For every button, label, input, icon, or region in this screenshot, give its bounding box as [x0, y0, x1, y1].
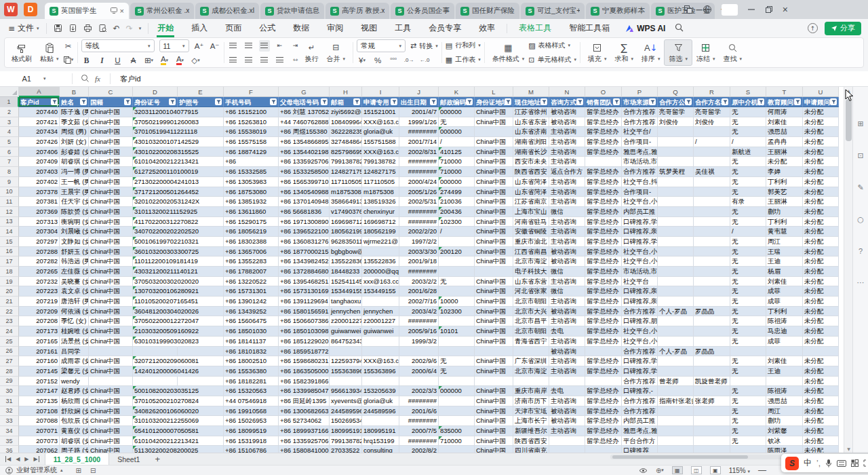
- cell-B11[interactable]: 任天宇 (女: [60, 197, 89, 207]
- cell-U9[interactable]: 未分配: [803, 177, 839, 187]
- cell-I24[interactable]: guiwanwei: [362, 326, 399, 337]
- filter-button[interactable]: 筛选▾: [664, 39, 692, 66]
- cell-I16[interactable]: [362, 247, 399, 257]
- tab-table-tools[interactable]: 表格工具: [510, 19, 560, 37]
- cell-T27[interactable]: 刘素佳: [766, 356, 803, 366]
- cell-G14[interactable]: +86 1396522100: [279, 227, 330, 237]
- cell-F18[interactable]: +86 17882007: [224, 267, 279, 277]
- cell-M6[interactable]: 湖南省长沙: [513, 147, 549, 157]
- row-number-28[interactable]: 28: [0, 366, 19, 377]
- cell-F19[interactable]: +86 13220522: [224, 277, 279, 287]
- cell-F29[interactable]: +86 18182281: [224, 377, 279, 387]
- cell-U12[interactable]: 未分配: [803, 207, 839, 217]
- cell-L36[interactable]: China中国: [475, 446, 513, 453]
- cell-H22[interactable]: jennychen: [330, 307, 362, 317]
- cell-A25[interactable]: 207165: [19, 337, 60, 347]
- cell-M35[interactable]: 陕西省西安: [513, 436, 549, 446]
- cell-K27[interactable]: 无: [439, 356, 475, 366]
- filter-dropdown-icon[interactable]: [505, 98, 511, 105]
- cell-K19[interactable]: 无: [439, 277, 475, 287]
- cell-T31[interactable]: 强思喆: [766, 396, 803, 406]
- filter-dropdown-icon[interactable]: [757, 98, 764, 105]
- cell-O22[interactable]: 留学总经办: [585, 307, 622, 317]
- cell-O35[interactable]: 留学总经办: [585, 436, 622, 446]
- cell-D24[interactable]: 210303200509160922: [133, 326, 178, 337]
- cell-S32[interactable]: 无: [730, 406, 766, 417]
- row-number-35[interactable]: 35: [0, 436, 19, 446]
- cell-A21[interactable]: 207219: [19, 297, 60, 307]
- cell-K13[interactable]: 102300: [439, 217, 475, 227]
- cell-O14[interactable]: 留学总经办: [585, 227, 622, 237]
- cell-P33[interactable]: 内部员工推: [622, 416, 658, 426]
- first-sheet-icon[interactable]: ◀: [5, 456, 11, 462]
- undo-icon[interactable]: ↶: [113, 24, 120, 33]
- cell-B21[interactable]: 唐浩轩 (男: [60, 297, 89, 307]
- copy-icon[interactable]: ▾: [63, 54, 74, 65]
- cell-K21[interactable]: 10000: [439, 297, 475, 307]
- cell-M12[interactable]: 上海市宝山: [513, 207, 549, 217]
- filter-dropdown-icon[interactable]: [794, 98, 801, 105]
- cell-H25[interactable]: 864752343: [330, 337, 362, 347]
- cell-C15[interactable]: China中国: [89, 237, 133, 247]
- cell-L26[interactable]: [475, 347, 513, 357]
- cell-O28[interactable]: 留学总经办: [585, 366, 622, 377]
- cell-F26[interactable]: +86 18101832: [224, 347, 279, 357]
- cell-D7[interactable]: 610104200212213421: [133, 157, 178, 167]
- cell-F28[interactable]: +86 15536380: [224, 366, 279, 377]
- cell-R30[interactable]: [694, 386, 730, 396]
- cell-A22[interactable]: 207209: [19, 307, 60, 317]
- cell-D23[interactable]: 370502200012272047: [133, 316, 178, 326]
- column-header-H[interactable]: H: [330, 87, 362, 97]
- vertical-scrollbar[interactable]: ▲ ▼: [844, 87, 852, 453]
- cell-P34[interactable]: 雅思考点,雅: [622, 426, 658, 436]
- ime-punct-toggle[interactable]: ’,: [816, 459, 821, 468]
- cell-S21[interactable]: 无: [730, 297, 766, 307]
- row-number-36[interactable]: 36: [0, 446, 19, 453]
- underline-icon[interactable]: U: [113, 54, 123, 66]
- filter-dropdown-icon[interactable]: [830, 98, 837, 105]
- cell-F20[interactable]: +86 15731301: [224, 286, 279, 297]
- cell-R18[interactable]: [694, 267, 730, 277]
- sum-button[interactable]: ∑ 求和▾: [610, 39, 637, 66]
- cell-P3[interactable]: 合作方推荐: [622, 117, 658, 128]
- cell-K9[interactable]: 000000: [439, 177, 475, 187]
- cell-M34[interactable]: 新疆维吾尔: [513, 426, 549, 436]
- window-layout-icon[interactable]: [684, 5, 693, 14]
- panel-shape-icon[interactable]: ○: [857, 215, 864, 224]
- sheet-tab-11_28_5_1000[interactable]: 11_28_5_1000: [45, 453, 110, 466]
- cell-G33[interactable]: +86 52734062: [279, 416, 330, 426]
- wrap-text-button[interactable]: ↵ 换行: [301, 39, 323, 66]
- cell-Q4[interactable]: [658, 127, 694, 137]
- cell-U15[interactable]: 未分配: [803, 237, 839, 247]
- cell-H19[interactable]: 152541145: [330, 277, 362, 287]
- row-number-12[interactable]: 12: [0, 207, 19, 217]
- cell-H34[interactable]: 180995191: [330, 426, 362, 436]
- cell-S30[interactable]: 无: [730, 386, 766, 396]
- cell-R14[interactable]: [694, 227, 730, 237]
- cell-D21[interactable]: 110105200207165451: [133, 297, 178, 307]
- cell-U16[interactable]: 未分配: [803, 247, 839, 257]
- cell-R29[interactable]: 凯旋曾老师: [694, 377, 730, 387]
- cell-D3[interactable]: 370502199901260083: [133, 117, 178, 128]
- prev-sheet-icon[interactable]: ◀: [16, 456, 20, 462]
- cell-S36[interactable]: [730, 446, 766, 453]
- cell-B34[interactable]: 黄嘉仪 (女: [60, 426, 89, 436]
- cell-Q6[interactable]: [658, 147, 694, 157]
- cell-R4[interactable]: [694, 127, 730, 137]
- column-header-C[interactable]: C: [89, 87, 133, 97]
- eye-icon[interactable]: [639, 468, 648, 474]
- cell-P32[interactable]: 合作方推荐: [622, 406, 658, 417]
- cell-G4[interactable]: +86 周煜155380: [279, 127, 330, 137]
- cell-L34[interactable]: China中国: [475, 426, 513, 436]
- cell-A6[interactable]: 207406: [19, 147, 60, 157]
- cell-J13[interactable]: ########: [399, 217, 439, 227]
- cell-C5[interactable]: China中国: [89, 137, 133, 147]
- cell-I20[interactable]: 153449155: [362, 286, 399, 297]
- cell-N3[interactable]: 被动咨询: [549, 117, 585, 128]
- sogou-logo-icon[interactable]: S: [785, 457, 799, 470]
- cell-L10[interactable]: China中国: [475, 187, 513, 197]
- cell-F13[interactable]: +86 15290175: [224, 217, 279, 227]
- cell-B17[interactable]: 韩浩远 (男: [60, 256, 89, 267]
- cell-A11[interactable]: 207381: [19, 197, 60, 207]
- cell-O7[interactable]: [585, 157, 622, 167]
